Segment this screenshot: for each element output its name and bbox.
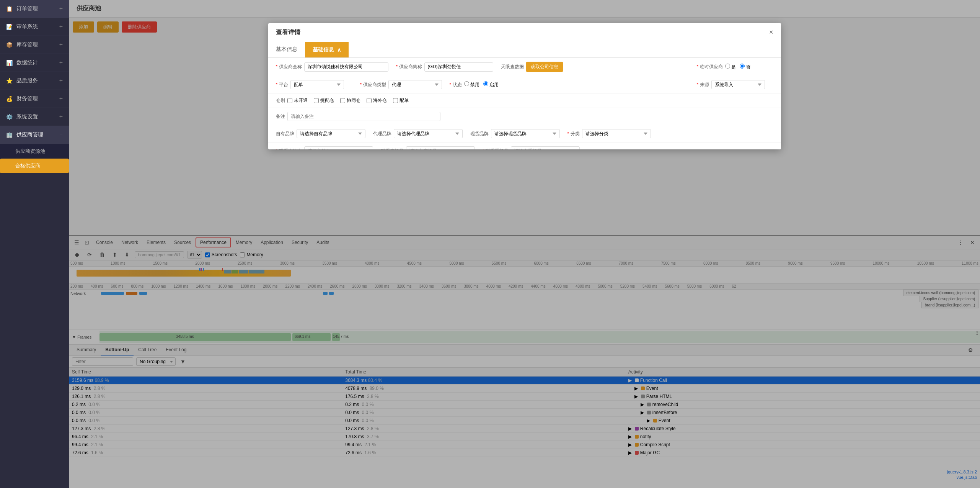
field-label: 临时供应商: [697, 64, 723, 70]
field-remarks: 备注: [276, 112, 773, 121]
info-row-3: 仓别 未开通 捷配仓 协同仓 海外仓 配单: [268, 93, 781, 108]
data-icon: 📊: [6, 60, 13, 66]
sidebar-item-label: 供应商管理: [16, 131, 43, 138]
field-supplier-type: 供应商类型 代理: [360, 80, 442, 89]
modal-tab-base-info[interactable]: 基础信息 ∧: [305, 42, 349, 57]
sidebar-item-finance-mgmt[interactable]: 💰 财务管理 +: [0, 90, 69, 108]
sidebar-sub-menu: 供应商资源池 合格供应商: [0, 144, 69, 173]
sidebar-item-supplier-mgmt[interactable]: 🏢 供应商管理 −: [0, 126, 69, 144]
field-supplier-short-name: 供应商简称: [396, 62, 493, 72]
radio-disabled[interactable]: 禁用: [464, 81, 479, 88]
supplier-full-name-input[interactable]: [304, 62, 388, 72]
source-select[interactable]: 系统导入: [711, 80, 765, 89]
modal-overlay[interactable]: 查看详情 × 基本信息 基础信息 ∧ 供应商全称: [69, 0, 980, 488]
finance-icon: 💰: [6, 96, 13, 102]
field-warehouse: 仓别 未开通 捷配仓 协同仓 海外仓 配单: [276, 97, 409, 104]
field-spot-brand: 现货品牌 请选择现货品牌: [470, 129, 560, 138]
sub-item-label: 供应商资源池: [15, 148, 45, 154]
modal-close-button[interactable]: ×: [769, 28, 773, 36]
inventory-icon: 📦: [6, 42, 13, 48]
field-tianyan: 天眼查数据 获取公司信息: [501, 62, 577, 72]
field-label: 联系人姓名: [276, 148, 302, 150]
warehouse-checkbox-not-open[interactable]: 未开通: [287, 97, 308, 104]
sidebar-item-label: 系统设置: [16, 113, 38, 120]
supplier-icon: 🏢: [6, 132, 13, 138]
modal-dialog: 查看详情 × 基本信息 基础信息 ∧ 供应商全称: [268, 23, 781, 149]
expand-icon: +: [59, 113, 63, 120]
sidebar-item-label: 订单管理: [16, 5, 38, 12]
warehouse-checkbox-jie[interactable]: 捷配仓: [314, 97, 334, 104]
sidebar-item-system-settings[interactable]: ⚙️ 系统设置 +: [0, 108, 69, 126]
field-source: 来源 系统导入: [697, 80, 773, 89]
modal-tabs: 基本信息 基础信息 ∧: [268, 42, 781, 58]
radio-no[interactable]: 否: [740, 64, 750, 70]
modal-title: 查看详情: [276, 28, 300, 36]
category-select[interactable]: 请选择分类: [582, 129, 651, 138]
own-brand-select[interactable]: 请选择自有品牌: [297, 129, 365, 138]
sidebar: 📋 订单管理 + 📝 审单系统 + 📦 库存管理 + 📊 数据统计 + ⭐ 品质…: [0, 0, 69, 488]
sidebar-item-inventory-mgmt[interactable]: 📦 库存管理 +: [0, 36, 69, 54]
sidebar-item-label: 审单系统: [16, 23, 38, 30]
collapse-arrow: ∧: [337, 47, 341, 53]
field-label: 平台: [276, 82, 288, 88]
info-row-4: 备注: [268, 108, 781, 125]
radio-yes[interactable]: 是: [725, 64, 736, 70]
temp-supplier-radio-group: 是 否: [725, 64, 751, 70]
quality-icon: ⭐: [6, 78, 13, 84]
sidebar-item-label: 品质服务: [16, 77, 38, 84]
sub-item-label: 合格供应商: [15, 163, 40, 169]
radio-enabled[interactable]: 启用: [483, 81, 499, 88]
expand-icon: +: [59, 95, 63, 102]
field-label: 状态: [450, 82, 462, 88]
agent-brand-select[interactable]: 请选择代理品牌: [394, 129, 463, 138]
warehouse-checkbox-coop[interactable]: 协同仓: [340, 97, 360, 104]
contact-seat-input[interactable]: [406, 146, 475, 149]
get-company-info-button[interactable]: 获取公司信息: [526, 62, 563, 72]
settings-icon: ⚙️: [6, 114, 13, 120]
sidebar-item-label: 库存管理: [16, 41, 38, 48]
field-label: 联系手机号: [483, 148, 509, 150]
sidebar-sub-item-supplier-pool[interactable]: 供应商资源池: [0, 144, 69, 159]
sidebar-item-quality-service[interactable]: ⭐ 品质服务 +: [0, 72, 69, 90]
warehouse-checkbox-peidan[interactable]: 配单: [393, 97, 409, 104]
sidebar-item-audit-system[interactable]: 📝 审单系统 +: [0, 18, 69, 36]
field-own-brand: 自有品牌 请选择自有品牌: [276, 129, 365, 138]
main-content: 供应商池 添加 编辑 删除供应商 查看详情 × 基本信息: [69, 0, 980, 488]
remarks-input[interactable]: [287, 112, 440, 121]
field-label: 天眼查数据: [501, 64, 524, 70]
field-contact-phone: 联系手机号: [483, 146, 580, 149]
contact-phone-input[interactable]: [511, 146, 580, 149]
expand-icon: +: [59, 5, 63, 12]
field-status: 状态 禁用 启用: [450, 81, 526, 88]
collapse-icon: −: [60, 132, 63, 138]
field-label: 仓别: [276, 97, 285, 104]
contact-name-input[interactable]: [304, 146, 373, 149]
field-label: 现货品牌: [470, 131, 489, 137]
audit-icon: 📝: [6, 24, 13, 30]
field-contact-name: 联系人姓名: [276, 146, 373, 149]
info-row-6: 联系人姓名 联系座机号 联系手机号: [268, 142, 781, 149]
spot-brand-select[interactable]: 请选择现货品牌: [491, 129, 560, 138]
sidebar-item-order-mgmt[interactable]: 📋 订单管理 +: [0, 0, 69, 18]
field-category: 分类 请选择分类: [567, 129, 651, 138]
field-label: 联系座机号: [381, 148, 404, 150]
platform-select[interactable]: 配单: [290, 80, 344, 89]
field-contact-seat: 联系座机号: [381, 146, 475, 149]
sidebar-sub-item-qualified-supplier[interactable]: 合格供应商: [0, 159, 69, 173]
order-icon: 📋: [6, 6, 13, 12]
field-label: 供应商简称: [396, 64, 422, 70]
expand-icon: +: [59, 59, 63, 66]
field-supplier-full-name: 供应商全称: [276, 62, 388, 72]
field-label: 备注: [276, 113, 285, 120]
info-row-5: 自有品牌 请选择自有品牌 代理品牌 请选择代理品牌 现货品牌: [268, 125, 781, 142]
modal-header: 查看详情 ×: [268, 23, 781, 42]
field-label: 代理品牌: [373, 131, 391, 137]
supplier-type-select[interactable]: 代理: [388, 80, 442, 89]
warehouse-checkbox-overseas[interactable]: 海外仓: [367, 97, 387, 104]
sidebar-item-data-stats[interactable]: 📊 数据统计 +: [0, 54, 69, 72]
expand-icon: +: [59, 23, 63, 30]
modal-content: 供应商全称 供应商简称 天眼查数据 获取公司信息 临时供应商 是: [268, 58, 781, 149]
warehouse-checkbox-group: 未开通 捷配仓 协同仓 海外仓 配单: [287, 97, 409, 104]
modal-tab-basic-info[interactable]: 基本信息: [268, 42, 305, 57]
supplier-short-name-input[interactable]: [424, 62, 493, 72]
